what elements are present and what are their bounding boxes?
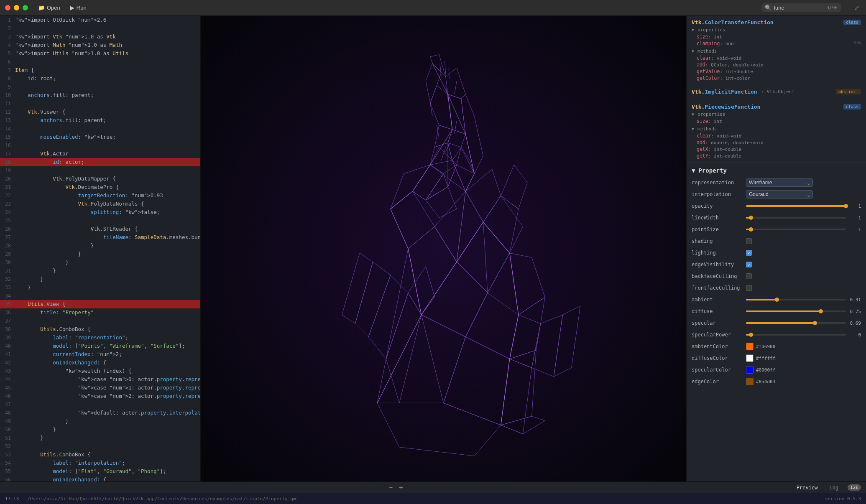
prop-control-lighting[interactable] bbox=[746, 250, 861, 256]
line-content: model: ["Points", "Wireframe", "Surface"… bbox=[15, 342, 200, 350]
property-row-edgeVisibility: edgeVisibility bbox=[692, 260, 861, 269]
log-tab[interactable]: Log bbox=[827, 484, 841, 491]
line-content: fileName: SampleData.meshes.bunnySTL bbox=[15, 233, 200, 242]
line-number: 3 bbox=[0, 33, 15, 41]
api-class-name-if: Vtk.ImplicitFunction bbox=[692, 89, 757, 95]
code-line-43: 43 "kw">switch (index) { bbox=[0, 367, 200, 375]
slider-track-lineWidth[interactable] bbox=[746, 217, 846, 219]
code-line-27: 27 fileName: SampleData.meshes.bunnySTL bbox=[0, 233, 200, 242]
code-editor[interactable]: 1"kw">import QtQuick "num">2.623"kw">imp… bbox=[0, 16, 200, 481]
viewport[interactable] bbox=[201, 16, 686, 481]
checkbox-lighting[interactable] bbox=[746, 250, 752, 256]
search-input[interactable] bbox=[774, 5, 824, 11]
prop-control-lineWidth[interactable]: 1 bbox=[746, 215, 861, 221]
prop-control-frontfaceCulling[interactable] bbox=[746, 285, 861, 291]
slider-track-specular[interactable] bbox=[746, 322, 846, 324]
prop-control-ambient[interactable]: 0.31 bbox=[746, 297, 861, 303]
prop-select-representation[interactable]: PointsWireframeSurface bbox=[746, 178, 813, 187]
prop-control-diffuseColor[interactable]: #ffffff bbox=[746, 354, 861, 362]
color-swatch-specularColor[interactable] bbox=[746, 366, 754, 374]
line-number: 20 bbox=[0, 175, 15, 183]
slider-thumb-specularPower bbox=[749, 333, 753, 337]
code-line-37: 37 bbox=[0, 317, 200, 325]
line-number: 19 bbox=[0, 166, 15, 175]
line-number: 12 bbox=[0, 108, 15, 116]
zoom-controls: － ＋ bbox=[388, 483, 404, 492]
slider-track-ambient[interactable] bbox=[746, 299, 846, 300]
line-content: } bbox=[15, 242, 200, 250]
slider-track-pointSize[interactable] bbox=[746, 229, 846, 230]
search-box: 🔍 3/96 bbox=[761, 3, 841, 12]
minimize-button[interactable] bbox=[14, 5, 19, 10]
checkbox-frontfaceCulling[interactable] bbox=[746, 285, 752, 291]
slider-value-diffuse: 0.75 bbox=[848, 309, 861, 314]
run-button[interactable]: ▶ Run bbox=[67, 3, 90, 13]
code-line-33: 33 } bbox=[0, 283, 200, 292]
line-number: 22 bbox=[0, 191, 15, 200]
property-row-pointSize: pointSize1 bbox=[692, 225, 861, 234]
preview-tab[interactable]: Preview bbox=[794, 484, 820, 491]
code-line-52: 52 bbox=[0, 442, 200, 451]
color-swatch-diffuseColor[interactable] bbox=[746, 354, 754, 362]
property-row-representation: representationPointsWireframeSurface bbox=[692, 178, 861, 187]
slider-track-diffuse[interactable] bbox=[746, 311, 846, 312]
color-value-edgeColor: #8a4d03 bbox=[756, 379, 775, 384]
code-line-21: 21 Vtk.DecimatePro { bbox=[0, 183, 200, 191]
prop-control-specular[interactable]: 0.69 bbox=[746, 321, 861, 326]
code-line-40: 40 model: ["Points", "Wireframe", "Surfa… bbox=[0, 342, 200, 350]
prop-select-interpolation[interactable]: FlatGouraudPhong bbox=[746, 190, 813, 199]
prop-label-diffuse: diffuse bbox=[692, 308, 746, 314]
prop-control-ambientColor[interactable]: #fd6908 bbox=[746, 343, 861, 350]
prop-control-backfaceCulling[interactable] bbox=[746, 273, 861, 279]
search-count: 3/96 bbox=[827, 5, 838, 10]
checkbox-backfaceCulling[interactable] bbox=[746, 273, 752, 279]
property-row-diffuse: diffuse0.75 bbox=[692, 307, 861, 316]
api-item-getcolor: getColor: int→color bbox=[692, 75, 861, 81]
zoom-in-button[interactable]: ＋ bbox=[398, 483, 404, 492]
line-content: currentIndex: "num">2; bbox=[15, 350, 200, 359]
prop-control-shading[interactable] bbox=[746, 238, 861, 244]
expand-icon[interactable]: ⤢ bbox=[854, 4, 859, 12]
code-line-45: 45 "kw">case "num">1: actor.property.rep… bbox=[0, 384, 200, 392]
prop-control-opacity[interactable]: 1 bbox=[746, 204, 861, 209]
code-line-28: 28 } bbox=[0, 242, 200, 250]
property-row-lineWidth: lineWidth1 bbox=[692, 213, 861, 222]
checkbox-edgeVisibility[interactable] bbox=[746, 262, 752, 267]
line-number: 15 bbox=[0, 133, 15, 141]
prop-control-edgeColor[interactable]: #8a4d03 bbox=[746, 378, 861, 385]
color-swatch-ambientColor[interactable] bbox=[746, 343, 754, 350]
prop-control-specularPower[interactable]: 0 bbox=[746, 332, 861, 338]
checkbox-shading[interactable] bbox=[746, 238, 752, 244]
prop-control-representation[interactable]: PointsWireframeSurface bbox=[746, 178, 861, 187]
line-number: 47 bbox=[0, 400, 15, 409]
maximize-button[interactable] bbox=[23, 5, 28, 10]
api-item-add: add: QColor, double→void bbox=[692, 61, 861, 68]
prop-control-diffuse[interactable]: 0.75 bbox=[746, 309, 861, 314]
methods-label: ▼ methods bbox=[692, 48, 861, 54]
slider-track-opacity[interactable] bbox=[746, 205, 846, 207]
collapse-arrow-prop[interactable]: ▼ bbox=[692, 167, 695, 174]
line-content: "kw">import Vtk "num">1.0 as Vtk bbox=[15, 33, 200, 41]
line-number: 2 bbox=[0, 24, 15, 33]
prop-control-specularColor[interactable]: #0000ff bbox=[746, 366, 861, 374]
open-button[interactable]: 📁 Open bbox=[35, 3, 64, 13]
close-button[interactable] bbox=[5, 5, 10, 10]
prop-control-edgeVisibility[interactable] bbox=[746, 262, 861, 267]
prop-control-pointSize[interactable]: 1 bbox=[746, 227, 861, 232]
zoom-out-button[interactable]: － bbox=[388, 483, 394, 492]
code-line-39: 39 label: "representation"; bbox=[0, 333, 200, 342]
code-line-30: 30 } bbox=[0, 258, 200, 267]
slider-track-specularPower[interactable] bbox=[746, 334, 846, 336]
color-swatch-edgeColor[interactable] bbox=[746, 378, 754, 385]
line-number: 24 bbox=[0, 208, 15, 216]
api-colortransfer: Vtk.ColorTransferFunction class ▼ proper… bbox=[687, 16, 866, 85]
property-title: Property bbox=[698, 167, 726, 174]
line-number: 46 bbox=[0, 392, 15, 400]
line-content: targetReduction: "num">0.93 bbox=[15, 191, 200, 200]
prop-label-specularColor: specularColor bbox=[692, 367, 746, 373]
3d-canvas bbox=[201, 16, 686, 481]
prop-control-interpolation[interactable]: FlatGouraudPhong bbox=[746, 190, 861, 199]
code-line-10: 10 anchors.fill: parent; bbox=[0, 91, 200, 99]
line-number: 40 bbox=[0, 342, 15, 350]
line-number: 50 bbox=[0, 425, 15, 434]
